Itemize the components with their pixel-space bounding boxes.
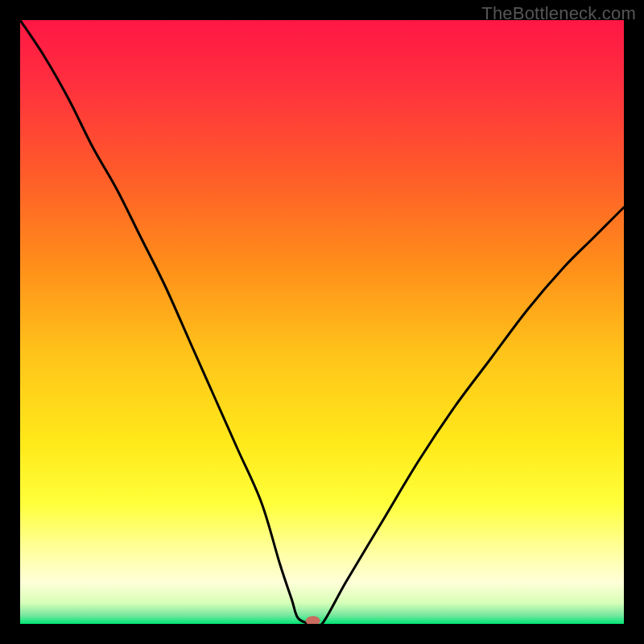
gradient-background [20, 20, 624, 624]
plot-area [20, 20, 624, 624]
chart-svg [20, 20, 624, 624]
chart-frame: TheBottleneck.com [0, 0, 644, 644]
